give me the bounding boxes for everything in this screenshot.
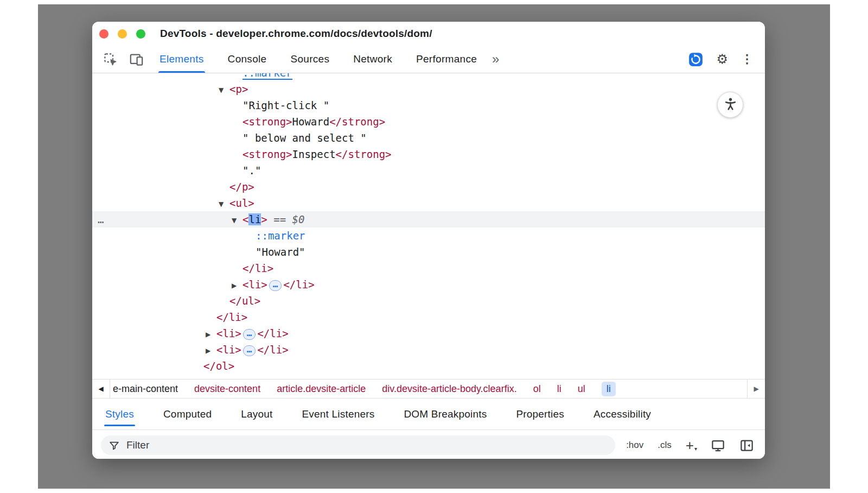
expand-ellipsis-button[interactable]: … — [269, 280, 282, 291]
breadcrumb-item-e-main-content[interactable]: e-main-content — [113, 383, 178, 395]
disclosure-down-icon[interactable]: ▼ — [219, 196, 229, 212]
code-tag: </strong> — [336, 148, 392, 160]
dom-tree-row[interactable]: ▶<li>…</li> — [92, 325, 765, 342]
desktop-background: DevTools - developer.chrome.com/docs/dev… — [38, 4, 830, 489]
breadcrumb-item-devsite-content[interactable]: devsite-content — [194, 383, 260, 395]
tab-styles[interactable]: Styles — [104, 399, 135, 429]
dom-tree-row[interactable]: ▶<li>…</li> — [92, 276, 765, 293]
filter-input[interactable] — [125, 439, 608, 452]
dom-tree-row[interactable]: </ul> — [92, 293, 765, 309]
disclosure-right-icon[interactable]: ▶ — [232, 277, 242, 294]
code-tag: <li> — [216, 344, 241, 356]
traffic-lights — [99, 22, 145, 46]
kebab-menu-icon[interactable]: ⋮ — [741, 53, 753, 65]
tab-computed[interactable]: Computed — [162, 399, 213, 429]
disclosure-down-icon[interactable]: ▼ — [219, 82, 229, 98]
devtools-window: DevTools - developer.chrome.com/docs/dev… — [92, 22, 765, 459]
code-tag: </ol> — [203, 360, 234, 372]
filter-funnel-icon — [108, 440, 120, 451]
tab-network[interactable]: Network — [352, 46, 393, 73]
code-tag: </p> — [229, 181, 254, 193]
close-button[interactable] — [99, 29, 108, 39]
disclosure-down-icon[interactable]: ▼ — [232, 212, 242, 229]
breadcrumb-scroll-right-button[interactable]: ▶ — [747, 380, 765, 398]
inspect-element-icon[interactable] — [102, 51, 118, 67]
dom-tree-row[interactable]: </li> — [92, 309, 765, 325]
expand-ellipsis-button[interactable]: … — [243, 329, 256, 340]
breadcrumb-item-ol[interactable]: ol — [533, 383, 541, 395]
dom-tree-row[interactable]: …▼<li> == $0 — [92, 211, 765, 227]
tab-event-listeners[interactable]: Event Listeners — [301, 399, 375, 429]
tab-properties[interactable]: Properties — [515, 399, 565, 429]
filter-input-container[interactable] — [101, 435, 615, 455]
dom-tree-row[interactable]: ::marker — [92, 73, 765, 81]
styles-tabs: StylesComputedLayoutEvent ListenersDOM B… — [92, 399, 652, 429]
code-tag: </li> — [216, 311, 247, 323]
expand-ellipsis-button[interactable]: … — [243, 345, 256, 356]
breadcrumb-scroll-left-button[interactable]: ◀ — [92, 380, 110, 398]
tab-layout[interactable]: Layout — [240, 399, 273, 429]
dom-tree-row[interactable]: ::marker — [92, 227, 765, 244]
tab-accessibility[interactable]: Accessibility — [592, 399, 652, 429]
more-tabs-icon[interactable]: » — [492, 46, 499, 73]
code-text: "Howard" — [256, 246, 305, 258]
dom-tree-row[interactable]: <strong>Howard</strong> — [92, 113, 765, 130]
tab-console[interactable]: Console — [227, 46, 268, 73]
tab-sources[interactable]: Sources — [289, 46, 330, 73]
filter-right-controls: :hov .cls + ▾ — [626, 438, 756, 453]
disclosure-right-icon[interactable]: ▶ — [206, 326, 216, 343]
code-text: Inspect — [292, 148, 336, 160]
element-classes-button[interactable]: .cls — [658, 440, 672, 451]
rendering-display-icon[interactable] — [711, 438, 725, 453]
new-style-rule-button[interactable]: + ▾ — [686, 440, 697, 451]
row-overflow-dots[interactable]: … — [98, 211, 104, 227]
minimize-button[interactable] — [118, 29, 127, 39]
settings-gear-icon[interactable]: ⚙ — [716, 53, 728, 66]
breadcrumb: e-main-contentdevsite-contentarticle.dev… — [113, 380, 745, 398]
dom-tree-panel: ::marker▼<p>"Right-click "<strong>Howard… — [92, 73, 765, 379]
dom-tree: ::marker▼<p>"Right-click "<strong>Howard… — [92, 73, 765, 374]
breadcrumb-item-ul[interactable]: ul — [578, 383, 585, 395]
accessibility-overlay-button[interactable] — [717, 92, 743, 118]
dom-tree-row[interactable]: </ol> — [92, 358, 765, 374]
code-var: $0 — [292, 213, 305, 225]
dom-tree-row[interactable]: ▼<ul> — [92, 195, 765, 211]
dom-tree-row[interactable]: " below and select " — [92, 130, 765, 146]
code-pseudo-underlined: ::marker — [242, 73, 292, 80]
breadcrumb-item-div-devsite-article-body-clearfix[interactable]: div.devsite-article-body.clearfix. — [382, 383, 516, 395]
code-tag: <strong> — [242, 116, 292, 128]
toolbar-left-icons — [92, 46, 144, 73]
blue-refresh-badge-icon[interactable] — [688, 52, 703, 67]
tab-elements[interactable]: Elements — [158, 46, 205, 73]
window-title: DevTools - developer.chrome.com/docs/dev… — [160, 28, 432, 40]
breadcrumb-item-li[interactable]: li — [602, 382, 616, 396]
tab-dom-breakpoints[interactable]: DOM Breakpoints — [403, 399, 488, 429]
code-text: " below and select " — [242, 132, 367, 144]
dom-tree-row[interactable]: "Howard" — [92, 244, 765, 260]
zoom-button[interactable] — [136, 29, 145, 39]
toolbar-right-icons: ⚙ ⋮ — [688, 46, 765, 73]
disclosure-right-icon[interactable]: ▶ — [206, 343, 216, 359]
breadcrumb-item-article-devsite-article[interactable]: article.devsite-article — [277, 383, 366, 395]
code-tag: </li> — [257, 344, 288, 356]
code-tag: <strong> — [242, 148, 292, 160]
code-text: "Right-click " — [242, 99, 329, 111]
breadcrumb-item-li[interactable]: li — [557, 383, 561, 395]
dom-tree-row[interactable]: ▼<p> — [92, 81, 765, 97]
code-tag: </li> — [283, 279, 314, 290]
accessibility-person-icon — [723, 97, 738, 113]
toggle-sidebar-icon[interactable] — [739, 438, 754, 453]
toggle-element-state-button[interactable]: :hov — [626, 440, 643, 451]
titlebar: DevTools - developer.chrome.com/docs/dev… — [92, 22, 765, 46]
device-toolbar-icon[interactable] — [128, 51, 144, 67]
code-tag: <p> — [229, 83, 248, 95]
dom-tree-row[interactable]: </p> — [92, 179, 765, 195]
styles-filter-bar: :hov .cls + ▾ — [92, 429, 765, 459]
dom-tree-row[interactable]: "." — [92, 162, 765, 179]
tab-performance[interactable]: Performance — [415, 46, 478, 73]
dom-tree-row[interactable]: ▶<li>…</li> — [92, 342, 765, 358]
dom-tree-row[interactable]: <strong>Inspect</strong> — [92, 146, 765, 162]
dom-tree-row[interactable]: "Right-click " — [92, 97, 765, 113]
dom-tree-row[interactable]: </li> — [92, 260, 765, 276]
code-tag: </li> — [257, 327, 288, 339]
